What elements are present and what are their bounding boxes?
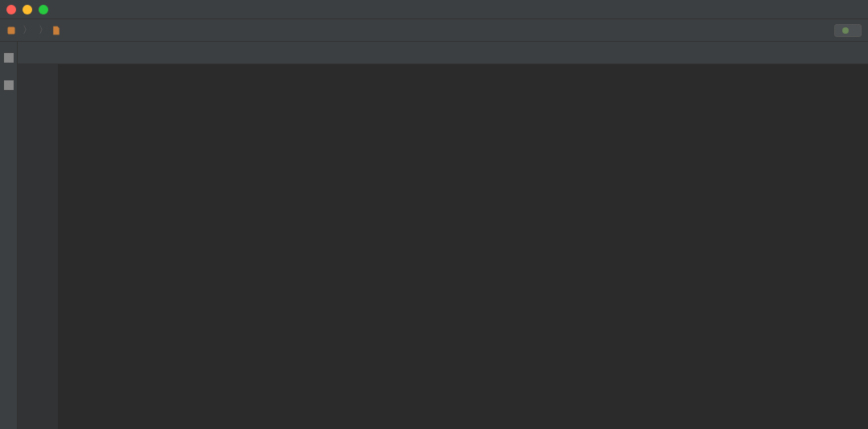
code-view[interactable] — [18, 64, 868, 429]
svg-point-1 — [842, 27, 849, 34]
minimize-window-button[interactable] — [23, 5, 32, 14]
run-config-icon — [841, 27, 850, 35]
run-configuration-select[interactable] — [834, 24, 862, 37]
structure-icon — [4, 80, 14, 90]
window-controls — [6, 5, 48, 14]
tool-tab-project[interactable] — [4, 47, 14, 66]
file-icon — [51, 26, 61, 35]
tool-window-bar — [0, 42, 18, 429]
jar-icon — [6, 26, 16, 35]
close-window-button[interactable] — [6, 5, 16, 14]
breadcrumb: 〉 〉 — [0, 19, 868, 42]
breadcrumb-separator-icon: 〉 — [39, 23, 48, 37]
main — [0, 42, 868, 429]
titlebar — [0, 0, 868, 19]
maximize-window-button[interactable] — [39, 5, 48, 14]
editor-tabs — [18, 42, 868, 64]
gutter — [18, 64, 58, 429]
editor-area — [18, 42, 868, 429]
breadcrumb-item[interactable] — [6, 26, 19, 35]
svg-rect-3 — [4, 80, 14, 90]
breadcrumb-separator-icon: 〉 — [23, 23, 32, 37]
svg-rect-2 — [4, 53, 14, 63]
svg-rect-0 — [8, 27, 15, 34]
breadcrumb-item[interactable] — [51, 26, 64, 35]
code-content[interactable] — [58, 64, 868, 429]
project-icon — [4, 53, 14, 63]
tool-tab-structure[interactable] — [4, 74, 14, 93]
